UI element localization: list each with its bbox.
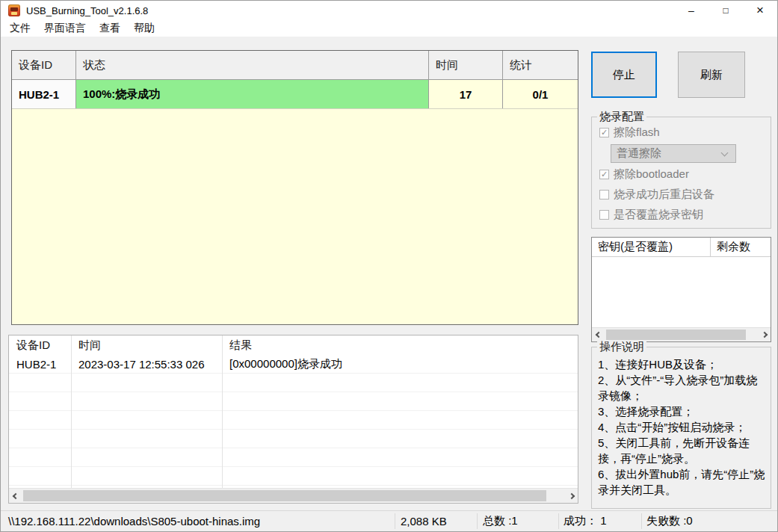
log-time-cell: 2023-03-17 12:55:33 026 — [71, 358, 222, 371]
status-cell: 100%:烧录成功 — [76, 80, 429, 108]
menu-language[interactable]: 界面语言 — [37, 20, 93, 37]
empty-row — [9, 467, 578, 486]
stop-button[interactable]: 停止 — [591, 52, 657, 98]
image-file-size: 2,088 KB — [401, 511, 447, 531]
column-divider — [222, 335, 223, 488]
app-logo-icon — [8, 4, 20, 16]
device-table: 设备ID 状态 时间 统计 HUB2-1 100%:烧录成功 17 0/1 — [11, 50, 578, 325]
menu-file[interactable]: 文件 — [3, 20, 37, 37]
empty-row — [9, 411, 578, 430]
erase-mode-select[interactable]: 普通擦除 — [611, 144, 736, 163]
device-table-header: 设备ID 状态 时间 统计 — [12, 51, 578, 80]
refresh-button[interactable]: 刷新 — [678, 52, 745, 98]
scroll-right-icon[interactable] — [758, 328, 771, 341]
device-id-cell: HUB2-1 — [12, 80, 76, 108]
reboot-after-success-checkbox[interactable]: 烧录成功后重启设备 — [599, 188, 714, 202]
key-table: 密钥(是否覆盖) 剩余数 — [591, 237, 771, 342]
titlebar: USB_Burning_Tool_v2.1.6.8 – □ × — [1, 1, 777, 20]
checkbox-icon[interactable] — [599, 190, 609, 200]
col-key: 密钥(是否覆盖) — [592, 238, 711, 256]
checkbox-icon[interactable] — [599, 210, 609, 220]
statusbar-divider — [558, 513, 559, 529]
statusbar-divider — [477, 513, 478, 529]
total-count: 总数 :1 — [483, 511, 518, 531]
col-status: 状态 — [76, 51, 429, 79]
instruction-line: 3、选择烧录配置； — [598, 403, 768, 419]
burn-config-group: 烧录配置 ✓ 擦除flash 普通擦除 ✓ 擦除bootloader 烧录成功后… — [591, 117, 771, 229]
key-table-header: 密钥(是否覆盖) 剩余数 — [592, 238, 771, 257]
overwrite-key-label: 是否覆盖烧录密钥 — [614, 208, 703, 222]
col-log-result: 结果 — [222, 338, 578, 353]
col-log-device-id: 设备ID — [9, 338, 71, 353]
menubar: 文件 界面语言 查看 帮助 — [1, 20, 777, 37]
col-time: 时间 — [429, 51, 503, 79]
col-stats: 统计 — [503, 51, 578, 79]
table-row[interactable]: HUB2-1 100%:烧录成功 17 0/1 — [12, 80, 578, 109]
erase-mode-value: 普通擦除 — [617, 146, 661, 161]
chevron-down-icon — [721, 149, 729, 157]
column-divider — [71, 335, 72, 488]
statusbar-divider — [641, 513, 642, 529]
reboot-after-success-label: 烧录成功后重启设备 — [614, 188, 714, 202]
scroll-right-icon[interactable] — [565, 489, 578, 503]
erase-flash-label: 擦除flash — [614, 126, 660, 140]
col-device-id: 设备ID — [12, 51, 76, 79]
instruction-line: 4、点击“开始”按钮启动烧录； — [598, 419, 768, 435]
log-row[interactable]: HUB2-1 2023-03-17 12:55:33 026 [0x000000… — [9, 355, 578, 374]
window-controls: – □ × — [674, 1, 777, 20]
scrollbar-thumb[interactable] — [23, 490, 546, 501]
erase-bootloader-checkbox[interactable]: ✓ 擦除bootloader — [599, 167, 689, 182]
log-result-cell: [0x00000000]烧录成功 — [222, 357, 578, 371]
overwrite-key-checkbox[interactable]: 是否覆盖烧录密钥 — [599, 208, 703, 222]
instruction-line: 1、连接好HUB及设备； — [598, 356, 768, 372]
checkbox-icon[interactable]: ✓ — [599, 170, 609, 179]
checkbox-icon[interactable]: ✓ — [599, 128, 609, 137]
log-table-hscrollbar[interactable] — [9, 488, 578, 503]
empty-row — [9, 374, 578, 392]
col-remaining: 剩余数 — [711, 238, 771, 256]
stats-cell: 0/1 — [503, 80, 578, 108]
empty-row — [9, 448, 578, 467]
col-log-time: 时间 — [71, 338, 222, 353]
instructions-title: 操作说明 — [597, 340, 646, 354]
success-count: 成功： 1 — [564, 511, 607, 531]
statusbar-divider — [395, 513, 395, 529]
burn-config-title: 烧录配置 — [597, 110, 646, 124]
instructions-text: 1、连接好HUB及设备； 2、从“文件”-“导入烧录包”加载烧录镜像； 3、选择… — [598, 356, 768, 498]
menu-view[interactable]: 查看 — [93, 20, 127, 37]
log-device-id-cell: HUB2-1 — [9, 358, 71, 371]
failed-count: 失败数 :0 — [646, 511, 693, 531]
log-table: 设备ID 时间 结果 HUB2-1 2023-03-17 12:55:33 02… — [8, 335, 578, 504]
window-title: USB_Burning_Tool_v2.1.6.8 — [26, 5, 148, 16]
close-button[interactable]: × — [743, 1, 777, 20]
log-table-header: 设备ID 时间 结果 — [9, 335, 578, 355]
instruction-line: 2、从“文件”-“导入烧录包”加载烧录镜像； — [598, 372, 768, 403]
maximize-button[interactable]: □ — [708, 1, 743, 20]
erase-flash-checkbox[interactable]: ✓ 擦除flash — [599, 126, 660, 140]
scroll-left-icon[interactable] — [9, 489, 22, 503]
minimize-button[interactable]: – — [674, 1, 708, 20]
app-window: USB_Burning_Tool_v2.1.6.8 – □ × 文件 界面语言 … — [0, 0, 778, 532]
erase-bootloader-label: 擦除bootloader — [614, 167, 689, 182]
instruction-line: 5、关闭工具前，先断开设备连接，再“停止”烧录。 — [598, 435, 768, 466]
status-bar: \\192.168.111.22\downloads\S805-uboot-hi… — [1, 510, 777, 531]
time-cell: 17 — [429, 80, 503, 108]
image-file-path: \\192.168.111.22\downloads\S805-uboot-hi… — [8, 511, 260, 531]
scrollbar-thumb[interactable] — [606, 330, 746, 340]
instruction-line: 6、拔出外置hub前，请先“停止”烧录并关闭工具。 — [598, 466, 768, 498]
menu-help[interactable]: 帮助 — [127, 20, 161, 37]
empty-row — [9, 430, 578, 448]
empty-row — [9, 392, 578, 411]
instructions-group: 操作说明 1、连接好HUB及设备； 2、从“文件”-“导入烧录包”加载烧录镜像；… — [591, 347, 771, 509]
